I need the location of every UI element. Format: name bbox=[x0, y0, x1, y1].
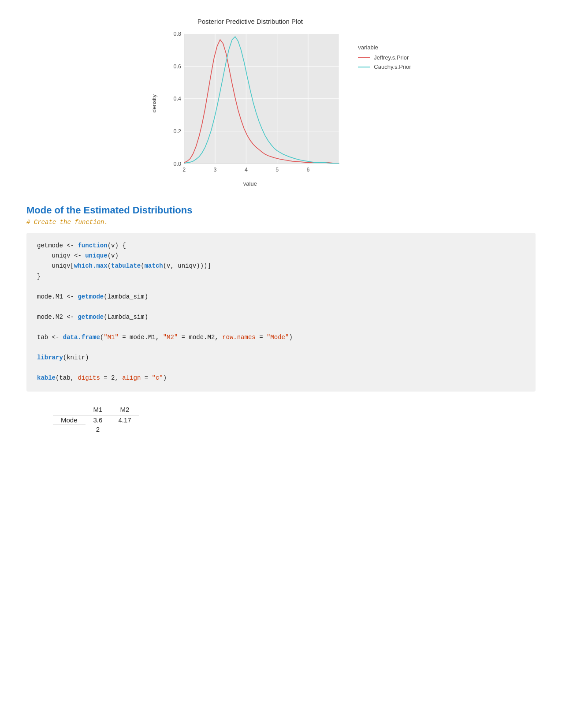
code-line-4: } bbox=[37, 272, 525, 282]
table-header-empty bbox=[53, 404, 86, 415]
chart-inner: density bbox=[151, 29, 349, 179]
svg-text:4: 4 bbox=[245, 167, 248, 173]
code-line-5 bbox=[37, 282, 525, 292]
legend-label-cauchy: Cauchy.s.Prior bbox=[374, 63, 411, 70]
table-row: Mode 3.6 4.17 bbox=[53, 415, 139, 425]
table-header-m2: M2 bbox=[110, 404, 139, 415]
table-cell-m2: 4.17 bbox=[110, 415, 139, 425]
code-line-1: getmode <- function(v) { bbox=[37, 241, 525, 251]
table-cell-rowname: Mode bbox=[53, 415, 86, 425]
code-line-11 bbox=[37, 343, 525, 353]
code-line-2: uniqv <- unique(v) bbox=[37, 251, 525, 261]
cauchy-line-icon bbox=[358, 67, 370, 67]
chart-plot-area: 0.0 0.2 0.4 0.6 0.8 2 3 4 5 6 bbox=[159, 29, 349, 179]
legend-title: variable bbox=[358, 44, 411, 51]
code-line-14: kable(tab, digits = 2, align = "c") bbox=[37, 373, 525, 383]
legend-label-jeffrey: Jeffrey.s.Prior bbox=[374, 54, 409, 61]
code-line-6: mode.M1 <- getmode(lambda_sim) bbox=[37, 292, 525, 302]
code-line-10: tab <- data.frame("M1" = mode.M1, "M2" =… bbox=[37, 332, 525, 343]
svg-text:2: 2 bbox=[183, 167, 186, 173]
result-table: M1 M2 Mode 3.6 4.17 2 bbox=[53, 404, 139, 434]
svg-text:5: 5 bbox=[276, 167, 279, 173]
legend-item-cauchy: Cauchy.s.Prior bbox=[358, 63, 411, 70]
table-header-m1: M1 bbox=[86, 404, 111, 415]
code-line-9 bbox=[37, 322, 525, 332]
chart-svg: 0.0 0.2 0.4 0.6 0.8 2 3 4 5 6 bbox=[159, 29, 349, 179]
svg-text:0.0: 0.0 bbox=[174, 161, 181, 167]
chart-legend: variable Jeffrey.s.Prior Cauchy.s.Prior bbox=[358, 18, 411, 73]
bottom-spacer bbox=[26, 434, 536, 522]
section-comment: # Create the function. bbox=[26, 219, 536, 226]
table-cell-empty bbox=[53, 425, 86, 434]
code-line-8: mode.M2 <- getmode(Lambda_sim) bbox=[37, 312, 525, 322]
svg-text:0.4: 0.4 bbox=[174, 96, 181, 102]
chart-title: Posterior Predictive Distribution Plot bbox=[151, 18, 349, 25]
svg-text:0.6: 0.6 bbox=[174, 63, 181, 70]
code-line-3: uniqv[which.max(tabulate(match(v, uniqv)… bbox=[37, 261, 525, 271]
table-cell-m1-2: 2 bbox=[86, 425, 111, 434]
legend-item-jeffrey: Jeffrey.s.Prior bbox=[358, 54, 411, 61]
table-cell-m1: 3.6 bbox=[86, 415, 111, 425]
x-axis-label: value bbox=[151, 180, 349, 187]
table-header-row: M1 M2 bbox=[53, 404, 139, 415]
code-line-13 bbox=[37, 363, 525, 373]
code-block: getmode <- function(v) { uniqv <- unique… bbox=[26, 233, 536, 391]
code-line-7 bbox=[37, 302, 525, 312]
svg-text:3: 3 bbox=[214, 167, 217, 173]
y-axis-label: density bbox=[151, 29, 157, 179]
svg-text:6: 6 bbox=[307, 167, 310, 173]
chart-section: Posterior Predictive Distribution Plot d… bbox=[26, 18, 536, 187]
jeffrey-line-icon bbox=[358, 57, 370, 58]
chart-container: Posterior Predictive Distribution Plot d… bbox=[151, 18, 349, 187]
table-row-2: 2 bbox=[53, 425, 139, 434]
svg-text:0.2: 0.2 bbox=[174, 128, 181, 134]
chart-outer: Posterior Predictive Distribution Plot d… bbox=[151, 18, 411, 187]
table-cell-m2-2 bbox=[110, 425, 139, 434]
section-heading: Mode of the Estimated Distributions bbox=[26, 205, 536, 216]
svg-text:0.8: 0.8 bbox=[174, 31, 181, 37]
code-line-12: library(knitr) bbox=[37, 353, 525, 363]
